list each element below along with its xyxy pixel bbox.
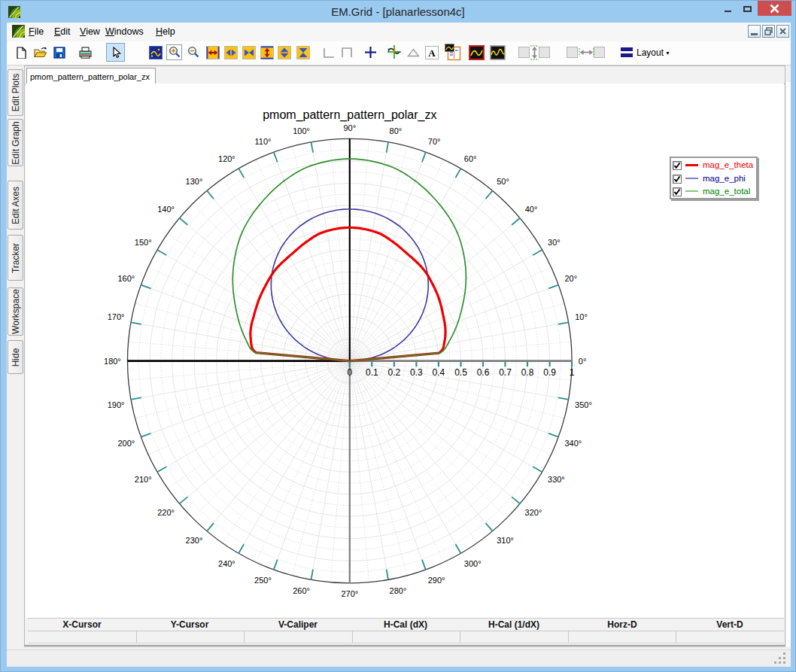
svg-text:pmom_pattern_pattern_polar_zx: pmom_pattern_pattern_polar_zx [263,108,436,122]
svg-text:0.2: 0.2 [388,367,401,378]
svg-text:260°: 260° [293,586,310,595]
svg-text:240°: 240° [218,559,235,568]
svg-text:310°: 310° [497,536,514,545]
svg-text:70°: 70° [428,137,441,146]
svg-text:220°: 220° [157,508,175,517]
svg-text:0°: 0° [579,357,587,366]
svg-text:290°: 290° [428,576,445,585]
svg-text:190°: 190° [108,400,125,409]
svg-text:140°: 140° [157,205,175,214]
svg-text:0.4: 0.4 [433,367,445,378]
svg-text:120°: 120° [218,154,235,163]
svg-text:A: A [428,47,436,59]
svg-text:0.9: 0.9 [543,367,556,378]
svg-text:270°: 270° [341,589,358,598]
svg-text:0.8: 0.8 [521,367,534,378]
svg-text:100°: 100° [293,126,310,135]
svg-text:230°: 230° [186,536,203,545]
svg-text:0.6: 0.6 [477,367,490,378]
svg-text:30°: 30° [548,238,561,247]
svg-text:40°: 40° [525,205,538,214]
svg-text:10°: 10° [575,312,588,321]
svg-text:20°: 20° [564,274,577,283]
svg-text:350°: 350° [575,400,592,409]
svg-text:200°: 200° [117,439,135,448]
svg-text:0.7: 0.7 [499,367,512,378]
svg-text:180°: 180° [104,357,121,366]
svg-text:0.3: 0.3 [410,367,423,378]
svg-text:150°: 150° [135,238,152,247]
svg-text:80°: 80° [390,126,403,135]
svg-text:60°: 60° [464,154,477,163]
svg-text:50°: 50° [497,177,509,186]
svg-text:0.1: 0.1 [366,367,378,378]
svg-text:340°: 340° [564,439,582,448]
svg-text:160°: 160° [117,274,135,283]
svg-text:330°: 330° [548,475,565,484]
svg-text:90°: 90° [343,123,356,132]
svg-text:250°: 250° [254,576,272,585]
svg-text:130°: 130° [186,177,203,186]
svg-text:320°: 320° [525,508,542,517]
svg-text:0.5: 0.5 [454,367,467,378]
svg-text:110°: 110° [255,137,272,146]
svg-text:210°: 210° [135,475,152,484]
svg-text:1: 1 [570,367,575,378]
svg-text:280°: 280° [390,586,407,595]
svg-text:300°: 300° [464,559,482,568]
svg-text:170°: 170° [108,312,125,321]
svg-text:0: 0 [347,367,352,378]
